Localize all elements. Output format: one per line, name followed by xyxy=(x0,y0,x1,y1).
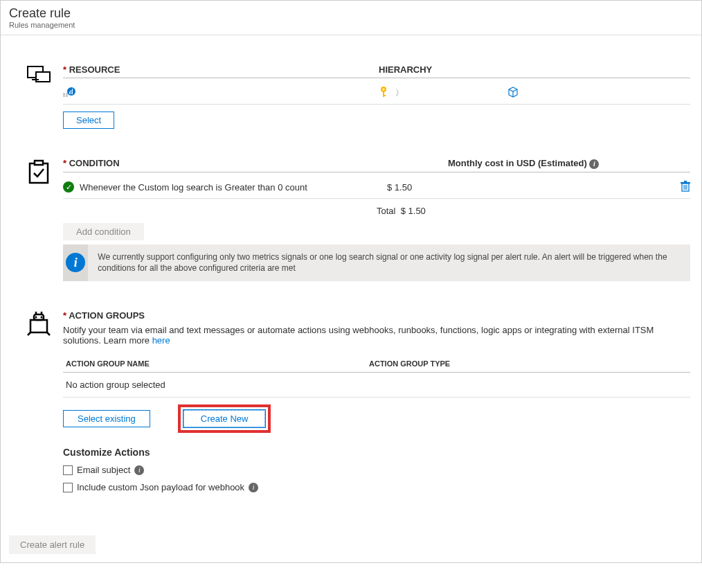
svg-rect-16 xyxy=(681,182,690,184)
content-area: RESOURCE HIERARCHY 〉 Select xyxy=(1,35,701,527)
customize-actions-title: Customize Actions xyxy=(63,447,690,458)
info-banner-text: We currently support configuring only tw… xyxy=(88,244,690,282)
create-alert-rule-button[interactable]: Create alert rule xyxy=(9,535,96,554)
condition-text[interactable]: Whenever the Custom log search is Greate… xyxy=(80,182,307,193)
svg-rect-13 xyxy=(30,163,48,183)
svg-rect-17 xyxy=(684,181,687,182)
condition-label: CONDITION xyxy=(63,158,120,168)
info-icon[interactable]: i xyxy=(589,159,599,169)
learn-more-link[interactable]: here xyxy=(152,335,170,346)
svg-rect-14 xyxy=(35,161,43,165)
app-insights-icon xyxy=(63,89,75,99)
select-existing-button[interactable]: Select existing xyxy=(63,410,150,427)
monthly-cost-label: Monthly cost in USD (Estimated) xyxy=(448,158,587,168)
create-new-highlight: Create New xyxy=(178,404,271,433)
svg-rect-3 xyxy=(63,93,65,97)
condition-section: CONDITION Monthly cost in USD (Estimated… xyxy=(1,150,701,302)
svg-rect-2 xyxy=(32,79,39,80)
resource-section: RESOURCE HIERARCHY 〉 Select xyxy=(1,56,701,150)
email-subject-label: Email subject xyxy=(77,465,130,475)
page-header: Create rule Rules management xyxy=(1,1,701,35)
info-banner: i We currently support configuring only … xyxy=(63,244,690,282)
action-group-empty: No action group selected xyxy=(63,373,690,398)
select-resource-button[interactable]: Select xyxy=(63,112,114,129)
page-subtitle: Rules management xyxy=(9,21,693,29)
action-groups-section: ACTION GROUPS Notify your team via email… xyxy=(1,302,701,499)
create-new-button[interactable]: Create New xyxy=(183,410,266,427)
add-condition-button[interactable]: Add condition xyxy=(63,223,144,240)
svg-rect-6 xyxy=(69,91,70,94)
footer: Create alert rule xyxy=(1,527,701,562)
svg-point-25 xyxy=(35,317,37,319)
svg-line-27 xyxy=(28,332,30,335)
svg-rect-7 xyxy=(71,90,71,94)
json-payload-checkbox[interactable] xyxy=(63,483,73,492)
create-rule-page: Create rule Rules management RESOURCE HI… xyxy=(0,0,702,563)
action-groups-label: ACTION GROUPS xyxy=(63,310,145,321)
svg-rect-21 xyxy=(30,320,47,332)
hierarchy-label: HIERARCHY xyxy=(379,64,432,75)
svg-rect-8 xyxy=(72,89,73,94)
cube-icon xyxy=(507,87,519,100)
svg-rect-12 xyxy=(383,95,386,96)
key-icon xyxy=(379,87,388,100)
info-icon[interactable]: i xyxy=(249,483,258,492)
condition-cost: $ 1.50 xyxy=(345,182,669,193)
email-subject-checkbox[interactable] xyxy=(63,465,73,475)
chevron-right-icon: 〉 xyxy=(395,87,404,99)
total-value: $ 1.50 xyxy=(401,206,426,216)
action-groups-section-icon xyxy=(15,310,63,337)
resource-section-icon xyxy=(15,64,63,87)
delete-icon[interactable] xyxy=(681,183,690,194)
col-action-group-type: ACTION GROUP TYPE xyxy=(369,359,687,368)
check-icon: ✓ xyxy=(63,181,74,193)
info-banner-icon: i xyxy=(66,253,85,272)
json-payload-label: Include custom Json payload for webhook xyxy=(77,482,244,492)
info-icon[interactable]: i xyxy=(134,465,144,475)
condition-section-icon xyxy=(15,158,63,184)
svg-point-26 xyxy=(41,317,43,319)
col-action-group-name: ACTION GROUP NAME xyxy=(66,359,369,368)
svg-line-28 xyxy=(47,332,50,335)
total-label: Total xyxy=(377,206,395,216)
svg-rect-4 xyxy=(66,93,68,97)
resource-label: RESOURCE xyxy=(63,64,120,75)
page-title: Create rule xyxy=(9,6,693,21)
svg-point-10 xyxy=(383,89,385,91)
